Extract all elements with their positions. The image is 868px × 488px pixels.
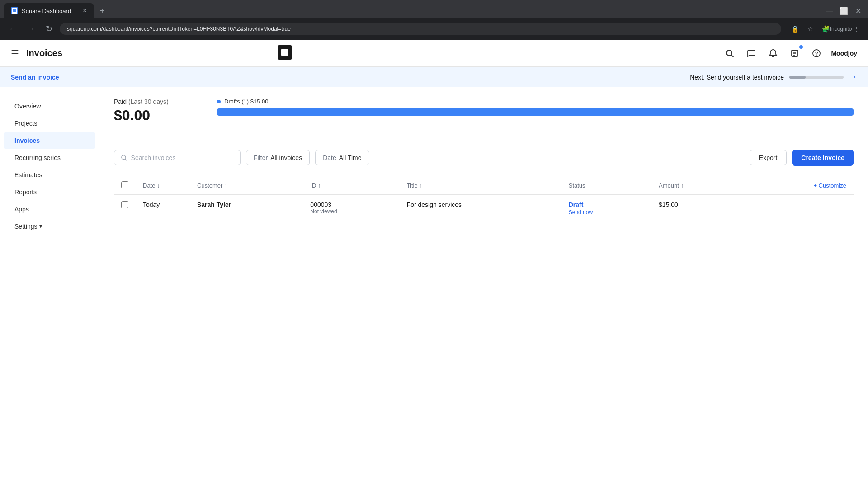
sort-up-icon-3: ↑ — [420, 183, 422, 189]
title-header-label: Title — [407, 182, 418, 189]
incognito-label: Incognito — [830, 26, 852, 32]
customize-header: + Customize — [743, 177, 854, 195]
select-all-checkbox[interactable] — [121, 181, 128, 188]
send-now-link[interactable]: Send now — [569, 209, 593, 216]
sidebar-item-projects[interactable]: Projects — [4, 115, 95, 131]
filter-value: All invoices — [270, 154, 302, 161]
svg-rect-6 — [792, 50, 798, 56]
stat-bar-section: Drafts (1) $15.00 — [217, 98, 854, 116]
browser-nav: ← → ↻ squareup.com/dashboard/invoices?cu… — [0, 18, 868, 40]
id-header-label: ID — [310, 182, 316, 189]
sidebar-item-apps[interactable]: Apps — [4, 201, 95, 217]
export-button[interactable]: Export — [750, 150, 787, 165]
profile-icon[interactable]: Incognito — [835, 23, 847, 35]
row-customer-cell: Sarah Tyler — [190, 195, 303, 222]
create-invoice-button[interactable]: Create Invoice — [792, 150, 854, 166]
id-sort[interactable]: ID ↑ — [310, 182, 392, 189]
invoice-toolbar: Filter All invoices Date All Time Export… — [114, 150, 854, 166]
sidebar-item-label: Estimates — [14, 171, 42, 178]
banner-arrow-icon[interactable]: → — [849, 72, 857, 82]
customer-sort[interactable]: Customer ↑ — [197, 182, 296, 189]
search-icon[interactable] — [722, 46, 737, 61]
invoice-title: For design services — [407, 201, 462, 208]
sidebar-item-settings[interactable]: Settings ▾ — [4, 218, 95, 235]
invoice-amount: $15.00 — [659, 201, 678, 208]
row-amount-cell: $15.00 — [651, 195, 743, 222]
date-filter-button[interactable]: Date All Time — [315, 150, 369, 165]
invoice-view-status: Not viewed — [310, 208, 392, 215]
address-bar[interactable]: squareup.com/dashboard/invoices?currentU… — [60, 23, 781, 35]
send-invoice-link[interactable]: Send an invoice — [11, 74, 59, 81]
amount-sort[interactable]: Amount ↑ — [659, 182, 736, 189]
sidebar-item-label: Projects — [14, 120, 38, 127]
customer-header-label: Customer — [197, 182, 222, 189]
search-input[interactable] — [131, 154, 234, 161]
sidebar-item-invoices[interactable]: Invoices — [4, 132, 95, 149]
new-tab-button[interactable]: + — [96, 5, 108, 17]
banner-next-text: Next, Send yourself a test invoice — [690, 74, 784, 81]
close-window-button[interactable]: ✕ — [852, 5, 864, 17]
more-actions-button[interactable]: ··· — [837, 201, 846, 210]
lock-icon: 🔒 — [788, 23, 801, 35]
paid-value: $0.00 — [114, 107, 195, 124]
id-column-header: ID ↑ — [303, 177, 399, 195]
window-controls: — ⬜ ✕ — [823, 5, 864, 17]
customer-name[interactable]: Sarah Tyler — [197, 201, 231, 208]
minimize-button[interactable]: — — [823, 5, 835, 17]
forward-button[interactable]: → — [24, 22, 38, 36]
customize-link[interactable]: + Customize — [813, 182, 846, 189]
customer-column-header: Customer ↑ — [190, 177, 303, 195]
sidebar-item-overview[interactable]: Overview — [4, 98, 95, 114]
filter-button[interactable]: Filter All invoices — [246, 150, 310, 165]
active-tab[interactable]: Square Dashboard × — [4, 3, 94, 19]
square-logo — [278, 45, 292, 61]
sidebar-item-recurring[interactable]: Recurring series — [4, 150, 95, 166]
title-sort[interactable]: Title ↑ — [407, 182, 554, 189]
date-header-label: Date — [143, 182, 155, 189]
app-title: Invoices — [26, 48, 62, 58]
more-options-icon[interactable]: ⋮ — [850, 23, 863, 35]
tab-title: Square Dashboard — [22, 8, 71, 14]
help-icon[interactable]: ? — [809, 46, 824, 61]
sidebar-item-label: Apps — [14, 206, 29, 213]
browser-actions: 🔒 ☆ 🧩 Incognito ⋮ — [788, 23, 863, 35]
sidebar-item-label: Invoices — [14, 137, 40, 144]
promo-banner: Send an invoice Next, Send yourself a te… — [0, 67, 868, 87]
close-tab-button[interactable]: × — [83, 7, 87, 15]
maximize-button[interactable]: ⬜ — [837, 5, 850, 17]
invoice-id[interactable]: 000003 — [310, 201, 392, 208]
notifications-icon[interactable] — [766, 46, 780, 61]
title-column-header: Title ↑ — [400, 177, 561, 195]
svg-rect-1 — [13, 9, 16, 12]
paid-label: Paid (Last 30 days) — [114, 98, 195, 105]
filter-label: Filter — [254, 154, 268, 161]
top-nav: ☰ Invoices ? Moodjoy — [0, 40, 868, 67]
status-badge[interactable]: Draft — [569, 201, 644, 208]
date-label: Date — [323, 154, 336, 161]
sort-up-icon-2: ↑ — [318, 183, 321, 189]
drafts-label: Drafts (1) $15.00 — [224, 98, 269, 105]
sidebar-item-estimates[interactable]: Estimates — [4, 167, 95, 183]
hamburger-menu-icon[interactable]: ☰ — [11, 48, 19, 59]
reports-badge — [799, 45, 803, 49]
sort-down-icon: ↓ — [157, 183, 160, 189]
search-box[interactable] — [114, 150, 241, 165]
date-sort[interactable]: Date ↓ — [143, 182, 183, 189]
refresh-button[interactable]: ↻ — [42, 22, 56, 36]
messages-icon[interactable] — [744, 46, 759, 61]
svg-line-13 — [125, 159, 127, 160]
app: ☰ Invoices ? Moodjoy — [0, 40, 868, 488]
row-checkbox[interactable] — [121, 201, 128, 208]
sidebar-item-reports[interactable]: Reports — [4, 184, 95, 200]
user-name[interactable]: Moodjoy — [831, 50, 857, 57]
star-icon[interactable]: ☆ — [804, 23, 816, 35]
tab-favicon — [11, 7, 18, 14]
back-button[interactable]: ← — [5, 22, 20, 36]
stat-legend: Drafts (1) $15.00 — [217, 98, 854, 105]
paid-stat: Paid (Last 30 days) $0.00 — [114, 98, 195, 124]
banner-right: Next, Send yourself a test invoice → — [690, 72, 857, 82]
reports-icon[interactable] — [788, 46, 802, 61]
stats-section: Paid (Last 30 days) $0.00 Drafts (1) $15… — [114, 98, 854, 135]
svg-rect-3 — [281, 49, 288, 56]
sidebar: Overview Projects Invoices Recurring ser… — [0, 87, 99, 488]
